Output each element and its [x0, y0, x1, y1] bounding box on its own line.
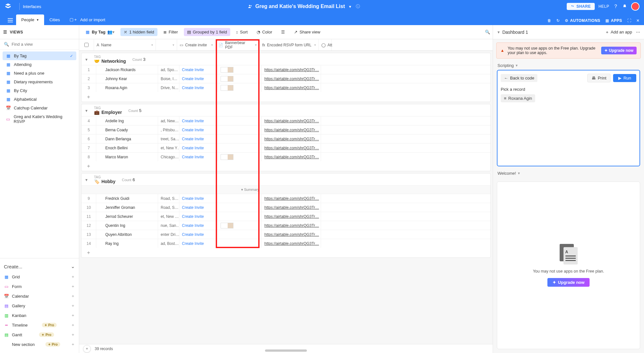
group-header[interactable]: ▼ TAG 💼Employer Count 5: [81, 104, 490, 116]
view-switcher[interactable]: ▦ By Tag 👥▾: [82, 28, 118, 36]
create-invite-link[interactable]: Create Invite: [182, 214, 204, 219]
col-checkbox[interactable]: [79, 39, 94, 51]
cell-create-invite[interactable]: Create Invite: [179, 153, 218, 161]
cell-addr[interactable]: Road, S…: [158, 194, 179, 203]
close-icon[interactable]: ✕: [636, 18, 639, 23]
info-icon[interactable]: ⓘ: [355, 4, 360, 9]
cell-create-invite[interactable]: Create Invite: [179, 65, 218, 74]
chevron-down-icon[interactable]: ▾: [314, 43, 316, 47]
cell-bannerbear[interactable]: [218, 135, 262, 143]
hidden-fields-button[interactable]: ⤯ 1 hidden field: [120, 28, 157, 36]
cell-addr[interactable]: , Pittsbu…: [158, 125, 179, 134]
pdf-thumbnail[interactable]: [221, 154, 233, 160]
cell-addr[interactable]: Drive, N…: [158, 83, 179, 92]
tab-cities[interactable]: Cities: [44, 14, 65, 25]
create-invite-link[interactable]: Create Invite: [182, 223, 204, 228]
help-icon[interactable]: ？: [613, 4, 618, 9]
views-button[interactable]: ☰ VIEWS: [3, 30, 23, 34]
create-invite-link[interactable]: Create Invite: [182, 196, 204, 201]
cell-create-invite[interactable]: Create Invite: [179, 212, 218, 221]
cell-bannerbear[interactable]: [218, 221, 262, 230]
upgrade-button[interactable]: ✦ Upgrade now: [601, 47, 637, 54]
cell-name[interactable]: Dann Berlanga: [96, 135, 158, 143]
cell-bannerbear[interactable]: [218, 116, 262, 125]
cell-create-invite[interactable]: Create Invite: [179, 221, 218, 230]
sidebar-view-item[interactable]: 📅 Catchup Calendar: [3, 104, 76, 112]
grid-search-icon[interactable]: 🔍: [485, 30, 490, 34]
create-view-row[interactable]: ▦ Grid ＋: [4, 272, 75, 282]
create-invite-link[interactable]: Create Invite: [182, 137, 204, 141]
sidebar-view-item[interactable]: ▦ Need a plus one: [3, 69, 76, 78]
cell-bannerbear[interactable]: [218, 153, 262, 161]
chevron-down-icon[interactable]: ▾: [151, 43, 153, 47]
cell-bannerbear[interactable]: [218, 74, 262, 83]
apps-button[interactable]: ▦ APPS: [605, 18, 622, 23]
cell-url[interactable]: https://airtable.com/shrQG3Tr…: [262, 135, 321, 143]
cell-url[interactable]: https://airtable.com/shrQG3Tr…: [262, 144, 321, 152]
cell-create-invite[interactable]: Create Invite: [179, 239, 218, 248]
cell-url[interactable]: https://airtable.com/shrQG3Tr…: [262, 65, 321, 74]
plus-icon[interactable]: ＋: [71, 322, 75, 328]
cell-addr[interactable]: Road, S…: [158, 203, 179, 212]
more-icon[interactable]: ⋯: [636, 30, 640, 34]
table-row[interactable]: 14 Ray Ing ad, Bost… Create Invite https…: [81, 239, 490, 248]
col-att[interactable]: ◯Att: [319, 39, 332, 51]
cell-bannerbear[interactable]: [218, 203, 262, 212]
cell-name[interactable]: Fredrick Guidi: [96, 194, 158, 203]
cell-create-invite[interactable]: Create Invite: [179, 194, 218, 203]
cell-create-invite[interactable]: Create Invite: [179, 83, 218, 92]
cell-url[interactable]: https://airtable.com/shrQG3Tr…: [262, 212, 321, 221]
cell-bannerbear[interactable]: [218, 65, 262, 74]
cell-addr[interactable]: et, New …: [158, 212, 179, 221]
create-invite-link[interactable]: Create Invite: [182, 232, 204, 237]
create-invite-link[interactable]: Create Invite: [182, 86, 204, 90]
pdf-thumbnail[interactable]: [221, 223, 233, 228]
plus-icon[interactable]: ＋: [71, 283, 75, 289]
cell-name[interactable]: Roxana Agin: [96, 83, 158, 92]
table-row[interactable]: 4 Ardelle Ing ad, New… Create Invite htt…: [81, 116, 490, 125]
cell-bannerbear[interactable]: [218, 194, 262, 203]
back-to-code-button[interactable]: ← Back to code: [501, 74, 537, 82]
run-button[interactable]: ▶ Run: [613, 74, 636, 82]
cell-addr[interactable]: ad, Bost…: [158, 239, 179, 248]
create-view-row[interactable]: ▤ Gantt Pro ＋: [4, 330, 75, 339]
cell-create-invite[interactable]: Create Invite: [179, 230, 218, 239]
cell-create-invite[interactable]: Create Invite: [179, 116, 218, 125]
table-row[interactable]: 12 Quentin Ing nue, San… Create Invite h…: [81, 221, 490, 230]
expand-icon[interactable]: ⛶: [627, 18, 631, 23]
history-icon[interactable]: ↻: [556, 18, 560, 23]
create-view-row[interactable]: ▤ Gallery ＋: [4, 301, 75, 311]
row-height-button[interactable]: ☰: [278, 28, 288, 36]
cell-addr[interactable]: treet, Sa…: [158, 135, 179, 143]
group-header[interactable]: ▼ TAG 🤝Networking Count 3: [81, 53, 490, 65]
record-chip[interactable]: ≡ Roxana Agin: [501, 94, 535, 102]
add-app-button[interactable]: ＋ Add an app: [605, 29, 632, 35]
chevron-down-icon[interactable]: ▾: [347, 4, 353, 9]
cell-name[interactable]: Quentin Ing: [96, 221, 158, 230]
welcome-header[interactable]: Welcome! ▼: [493, 170, 644, 178]
table-row[interactable]: 3 Roxana Agin Drive, N… Create Invite ht…: [81, 83, 490, 92]
cell-name[interactable]: Johnny Kear: [96, 74, 158, 83]
col-bannerbear-pdf[interactable]: 📄Bannerbear PDF▾: [216, 39, 260, 51]
create-invite-link[interactable]: Create Invite: [182, 119, 204, 123]
cell-name[interactable]: Quyen Albritton: [96, 230, 158, 239]
cell-addr[interactable]: enter Dri…: [158, 230, 179, 239]
create-invite-link[interactable]: Create Invite: [182, 128, 204, 132]
add-row-button[interactable]: ＋: [81, 92, 490, 102]
cell-bannerbear[interactable]: [218, 83, 262, 92]
color-button[interactable]: ◔ Color: [253, 28, 275, 36]
add-or-import[interactable]: ▢＋ Add or import: [65, 14, 110, 25]
table-row[interactable]: 10 Jenniffer Groman Road, S… Create Invi…: [81, 203, 490, 212]
avatar[interactable]: [631, 2, 639, 11]
create-invite-link[interactable]: Create Invite: [182, 155, 204, 159]
col-encoded-url[interactable]: fxEncoded RSVP form URL▾: [260, 39, 319, 51]
table-row[interactable]: 11 Jerrod Scheurer et, New … Create Invi…: [81, 212, 490, 221]
cell-url[interactable]: https://airtable.com/shrQG3Tr…: [262, 74, 321, 83]
tab-people[interactable]: People ▼: [16, 14, 44, 25]
cell-create-invite[interactable]: Create Invite: [179, 74, 218, 83]
table-row[interactable]: 9 Fredrick Guidi Road, S… Create Invite …: [81, 194, 490, 203]
cell-name[interactable]: Enoch Bellini: [96, 144, 158, 152]
group-header[interactable]: ▼ TAG 🏷️Hobby Count 6: [81, 173, 490, 185]
plus-icon[interactable]: ＋: [71, 274, 75, 280]
sidebar-view-item[interactable]: ▦ Attending: [3, 60, 76, 69]
